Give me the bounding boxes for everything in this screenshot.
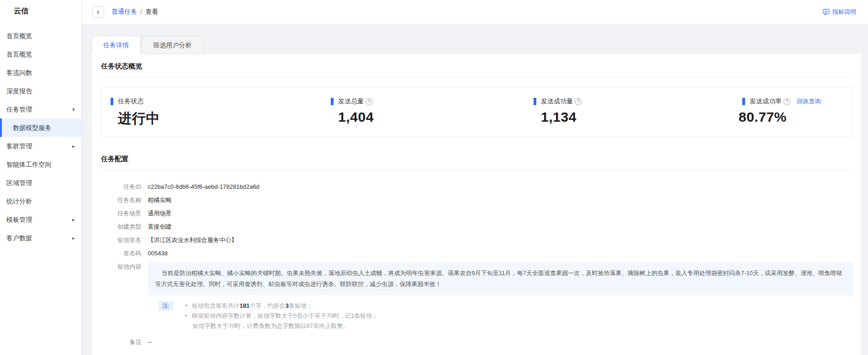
stat-send-total-label: 发送总量 [338, 97, 364, 106]
caret-right-icon: ▸ [72, 210, 75, 229]
detail-tabs: 任务详情 筛选用户分析 [92, 36, 203, 54]
field-label: 备注 [101, 338, 141, 347]
blue-marker-icon [111, 98, 113, 105]
task-id-value: c22ba7c0-6db6-45f6-aebd-178281bd2a6d [148, 182, 260, 192]
stat-success-rate: 发送成功率 ? 回执查询 80.77% [742, 97, 821, 125]
sidebar-item-visitor-count[interactable]: 客流问数 [0, 63, 81, 82]
stat-task-status: 任务状态 进行中 [111, 97, 160, 128]
comment-bubble-icon [823, 8, 830, 16]
field-row-remark: 备注 -- [101, 338, 853, 347]
app-logo: 云信 [0, 0, 81, 21]
task-scene-value: 通用场景 [148, 209, 172, 218]
tab-task-detail[interactable]: 任务详情 [92, 36, 140, 54]
caret-right-icon: ▸ [72, 229, 75, 247]
section-title-task-config: 任务配置 [101, 154, 853, 170]
stat-success-rate-label: 发送成功率 [750, 97, 782, 106]
sidebar-item-customer-data[interactable]: 客户数据 ▸ [0, 229, 81, 247]
create-type-value: 直接创建 [148, 222, 172, 231]
task-config-fields: 任务ID c22ba7c0-6db6-45f6-aebd-178281bd2a6… [101, 170, 853, 347]
question-circle-icon[interactable]: ? [366, 98, 373, 105]
char-count: 181 [239, 302, 250, 309]
field-label: 签名码 [101, 249, 141, 258]
breadcrumb-parent-link[interactable]: 普通任务 [111, 8, 137, 16]
sidebar-item-home-overview[interactable]: 首页概览 [0, 27, 81, 45]
breadcrumb-current: 查看 [145, 8, 158, 16]
sidebar-item-region-management[interactable]: 区域管理 [0, 174, 81, 192]
stat-send-success-label: 发送成功量 [541, 97, 573, 106]
blue-marker-icon [534, 98, 536, 105]
stat-send-success: 发送成功量 ? 1,134 [534, 97, 582, 125]
remark-value: -- [148, 338, 152, 347]
sms-content-box: 当前是防治柑橘大实蝇、橘小实蝇的关键时期。虫果未熟先黄，落地后幼虫入土成蛹，将成… [148, 262, 853, 295]
receipt-query-link[interactable]: 回执查询 [797, 97, 821, 106]
field-label: 任务ID [101, 182, 141, 192]
question-circle-icon[interactable]: ? [784, 98, 790, 105]
sidebar-nav: 首页概览 首页概览 客流问数 深度报告 任务管理 ▾ 数据模型服务 客群管理 ▸… [0, 27, 81, 247]
signature-code-value: 005438 [148, 249, 167, 258]
field-row-task-scene: 任务场景 通用场景 [101, 209, 853, 218]
caret-right-icon: ▸ [72, 137, 75, 155]
note-badge: 注: [158, 301, 173, 311]
sidebar-item-statistics[interactable]: 统计分析 [0, 192, 81, 210]
task-name-value: 柑橘实蝇 [148, 196, 172, 205]
sidebar-item-data-model-service[interactable]: 数据模型服务 [0, 118, 81, 137]
note-list: • 短信包含签名共计181个字，约折合3条短信； • 根据短信内容字数计算，短信… [185, 301, 378, 331]
sms-note: 注: • 短信包含签名共计181个字，约折合3条短信； • 根据短信内容字数计算… [158, 301, 853, 331]
caret-down-icon: ▾ [72, 100, 75, 118]
field-row-create-type: 创建类型 直接创建 [101, 222, 853, 231]
stat-task-status-label: 任务状态 [118, 97, 144, 106]
note-line-3: 短信字数大于70时，计费条数为总字数除以67后向上取整。 [185, 321, 378, 331]
breadcrumb: 普通任务 / 查看 [111, 8, 158, 16]
sidebar-item-customer-group[interactable]: 客群管理 ▸ [0, 137, 81, 155]
sidebar: 云信 首页概览 首页概览 客流问数 深度报告 任务管理 ▾ 数据模型服务 客群管… [0, 0, 82, 355]
field-label: 创建类型 [101, 222, 141, 231]
metric-help-label: 指标说明 [832, 8, 856, 16]
field-row-sms-signature: 短信签名 【洪江区农业水利综合服务中心】 [101, 236, 853, 245]
blue-marker-icon [742, 98, 745, 105]
field-row-task-id: 任务ID c22ba7c0-6db6-45f6-aebd-178281bd2a6… [101, 182, 853, 192]
blue-marker-icon [331, 98, 334, 105]
sms-signature-value: 【洪江区农业水利综合服务中心】 [148, 236, 237, 245]
field-row-sms-content: 短信内容 当前是防治柑橘大实蝇、橘小实蝇的关键时期。虫果未熟先黄，落地后幼虫入土… [101, 262, 853, 295]
field-label: 任务名称 [101, 196, 141, 205]
sidebar-item-depth-report[interactable]: 深度报告 [0, 82, 81, 100]
stat-task-status-value: 进行中 [118, 109, 160, 128]
tab-filter-user-analysis[interactable]: 筛选用户分析 [142, 36, 203, 54]
sidebar-item-home-overview-2[interactable]: 首页概览 [0, 45, 81, 63]
bullet-icon: • [185, 311, 188, 321]
breadcrumb-separator: / [140, 8, 142, 16]
field-row-task-name: 任务名称 柑橘实蝇 [101, 196, 853, 205]
section-divider [101, 77, 853, 78]
field-label: 短信签名 [101, 236, 141, 245]
stat-send-total-value: 1,404 [338, 109, 374, 125]
field-row-signature-code: 签名码 005438 [101, 249, 853, 258]
stat-send-success-value: 1,134 [541, 109, 582, 125]
note-line-1: • 短信包含签名共计181个字，约折合3条短信； [185, 301, 378, 311]
sidebar-item-agent-workspace[interactable]: 智能体工作空间 [0, 155, 81, 174]
back-button[interactable]: ‹ [92, 6, 104, 18]
sidebar-item-task-management[interactable]: 任务管理 ▾ [0, 100, 81, 118]
stat-send-total: 发送总量 ? 1,404 [331, 97, 374, 125]
note-line-2: • 根据短信内容字数计算，短信字数大于0且小于等于70时，记1条短信； [185, 311, 378, 321]
question-circle-icon[interactable]: ? [575, 98, 582, 105]
sidebar-item-template-management[interactable]: 模板管理 ▸ [0, 210, 81, 229]
field-label: 任务场景 [101, 209, 141, 218]
stat-success-rate-value: 80.77% [739, 109, 821, 125]
page-header: ‹ 普通任务 / 查看 指标说明 [82, 0, 868, 24]
section-title-status-overview: 任务状态概览 [101, 61, 853, 77]
status-overview-card: 任务状态 进行中 发送总量 ? 1,404 发送成功量 ? 1,134 发送成功… [101, 87, 853, 137]
metric-help-link[interactable]: 指标说明 [823, 8, 856, 16]
task-detail-panel: 任务状态概览 任务状态 进行中 发送总量 ? 1,404 发送成功量 ? 1,1… [92, 54, 861, 355]
field-label: 短信内容 [101, 262, 141, 295]
bullet-icon: • [185, 301, 188, 311]
